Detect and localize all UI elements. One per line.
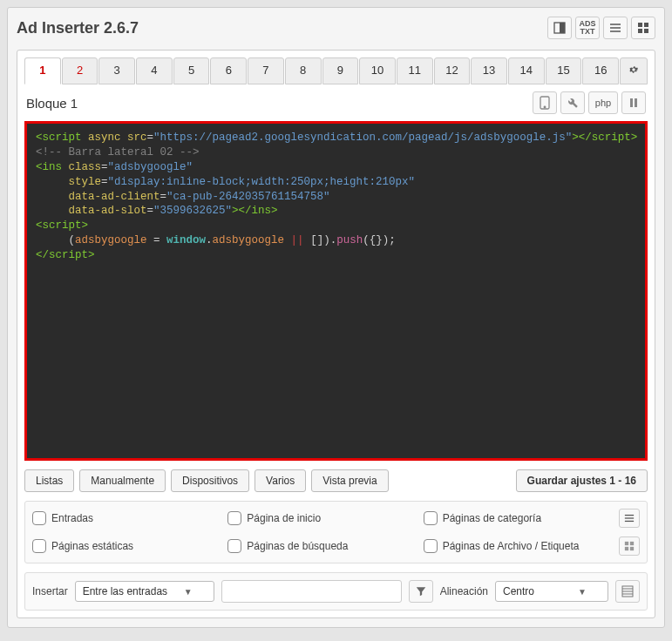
tab-10[interactable]: 10 [359, 57, 396, 84]
tab-6[interactable]: 6 [210, 57, 247, 84]
tab-2[interactable]: 2 [62, 57, 98, 84]
manualmente-button[interactable]: Manualmente [79, 469, 166, 492]
code-token: <ins [36, 161, 62, 173]
code-token: push [336, 234, 363, 246]
pagina-inicio-checkbox[interactable] [227, 511, 241, 525]
tab-15[interactable]: 15 [546, 57, 582, 84]
code-token: || [284, 234, 310, 246]
tab-7[interactable]: 7 [248, 57, 284, 84]
filter-input[interactable] [221, 580, 402, 603]
code-token: = [101, 161, 108, 173]
entradas-checkbox[interactable] [32, 511, 46, 525]
layout-icon[interactable] [547, 17, 572, 39]
tab-4[interactable]: 4 [136, 57, 173, 84]
code-token [36, 234, 69, 246]
code-token: "adsbygoogle" [108, 161, 193, 173]
code-token: = [147, 132, 154, 144]
block-header: Bloque 1 php [24, 88, 648, 121]
chevron-down-icon: ▼ [578, 587, 587, 597]
main-container: Ad Inserter 2.6.7 ADSTXT 1 2 3 4 5 6 7 8… [7, 7, 665, 628]
paginas-busqueda-checkbox[interactable] [227, 539, 241, 553]
code-token: = [147, 205, 154, 217]
alineacion-select[interactable]: Centro ▼ [495, 581, 608, 602]
svg-rect-17 [630, 542, 634, 545]
list-icon[interactable] [603, 17, 628, 39]
tab-1[interactable]: 1 [24, 57, 61, 84]
code-token: </ [36, 249, 49, 261]
code-token: data-ad-slot [36, 205, 147, 217]
tab-3[interactable]: 3 [98, 57, 135, 84]
paginas-archivo-checkbox[interactable] [424, 539, 438, 553]
code-token: <script> [36, 219, 88, 232]
guardar-button[interactable]: Guardar ajustes 1 - 16 [516, 469, 648, 492]
insert-row: Insertar Entre las entradas ▼ Alineación… [24, 572, 648, 611]
code-token: > [88, 249, 95, 261]
svg-rect-1 [560, 23, 565, 33]
vista-previa-button[interactable]: Vista previa [311, 469, 388, 492]
content-panel: 1 2 3 4 5 6 7 8 9 10 11 12 13 14 15 16 B… [17, 50, 655, 618]
svg-rect-5 [638, 23, 642, 27]
php-toggle[interactable]: php [588, 91, 618, 114]
tab-13[interactable]: 13 [471, 57, 507, 84]
device-icon[interactable] [533, 91, 557, 114]
checkbox-section: Entradas Página de inicio Páginas de cat… [24, 501, 648, 563]
varios-button[interactable]: Varios [255, 469, 306, 492]
paginas-categoria-checkbox[interactable] [424, 511, 438, 525]
button-row: Listas Manualmente Dispositivos Varios V… [24, 469, 648, 492]
tab-14[interactable]: 14 [508, 57, 545, 84]
filter-icon[interactable] [409, 580, 433, 603]
alineacion-value: Centro [503, 585, 534, 597]
page-title: Ad Inserter 2.6.7 [17, 19, 139, 37]
code-token: ); [383, 234, 396, 246]
code-token: ></ins> [232, 205, 278, 217]
code-token: "https://pagead2.googlesyndication.com/p… [153, 132, 572, 144]
code-editor[interactable]: <script async src="https://pagead2.googl… [24, 121, 648, 461]
listas-button[interactable]: Listas [24, 469, 74, 492]
code-token: = [147, 234, 167, 246]
tab-5[interactable]: 5 [173, 57, 210, 84]
wrench-icon[interactable] [560, 91, 585, 114]
tab-11[interactable]: 11 [397, 57, 433, 84]
svg-rect-11 [630, 98, 633, 107]
header: Ad Inserter 2.6.7 ADSTXT [17, 17, 655, 39]
paginas-estaticas-checkbox[interactable] [32, 539, 46, 553]
code-token: window [166, 234, 206, 246]
block-tabs: 1 2 3 4 5 6 7 8 9 10 11 12 13 14 15 16 [24, 57, 648, 84]
pause-icon[interactable] [621, 91, 646, 114]
code-token: = [101, 176, 108, 188]
alineacion-label: Alineación [440, 585, 488, 597]
paginas-estaticas-label: Páginas estáticas [51, 540, 133, 552]
insertar-select[interactable]: Entre las entradas ▼ [75, 581, 214, 602]
code-token: data-ad-client [36, 191, 160, 203]
ads-txt-icon[interactable]: ADSTXT [575, 17, 600, 39]
tab-16[interactable]: 16 [582, 57, 619, 84]
dispositivos-button[interactable]: Dispositivos [171, 469, 249, 492]
code-token: <script [36, 132, 82, 144]
code-token: ></ [572, 132, 592, 144]
layout-preview-icon[interactable] [615, 580, 640, 603]
code-token: . [206, 234, 213, 246]
code-token: "display:inline-block;width:250px;height… [108, 176, 416, 188]
grid-view-icon[interactable] [619, 536, 640, 556]
tab-9[interactable]: 9 [322, 57, 359, 84]
grid-icon[interactable] [631, 17, 655, 39]
paginas-categoria-label: Páginas de categoría [443, 512, 541, 524]
code-token: {} [370, 234, 383, 246]
insertar-label: Insertar [32, 585, 68, 597]
paginas-archivo-label: Páginas de Archivo / Etiqueta [443, 540, 580, 552]
tab-settings[interactable] [620, 57, 648, 84]
paginas-busqueda-label: Páginas de búsqueda [247, 540, 348, 552]
list-view-icon[interactable] [619, 509, 640, 528]
code-token: script [49, 249, 88, 261]
svg-rect-18 [625, 547, 628, 550]
tab-12[interactable]: 12 [434, 57, 471, 84]
code-token: src [121, 132, 147, 144]
code-token: adsbygoogle [75, 234, 147, 246]
code-token: ). [323, 234, 336, 246]
code-token: style [36, 176, 101, 188]
tab-8[interactable]: 8 [285, 57, 322, 84]
svg-rect-8 [644, 29, 648, 33]
header-toolbar: ADSTXT [547, 17, 655, 39]
code-token: [] [310, 234, 323, 246]
block-toolbar: php [533, 91, 646, 114]
